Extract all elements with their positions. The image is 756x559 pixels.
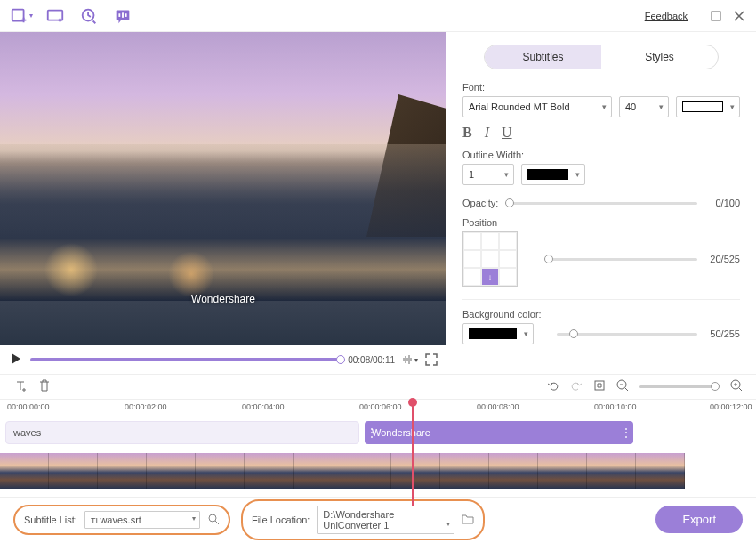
feedback-link[interactable]: Feedback (645, 11, 688, 21)
fullscreen-button[interactable] (425, 353, 438, 366)
outline-width-select[interactable]: 1 (462, 164, 514, 185)
opacity-slider[interactable] (505, 202, 697, 205)
close-button[interactable] (731, 8, 747, 24)
svg-rect-5 (122, 12, 124, 17)
outline-label: Outline Width: (462, 150, 740, 160)
svg-rect-0 (12, 9, 24, 20)
position-bottom-center[interactable]: ↓ (481, 268, 499, 286)
opacity-value: 0/100 (704, 198, 740, 208)
svg-rect-7 (712, 12, 720, 20)
position-label: Position (462, 217, 740, 228)
tab-styles[interactable]: Styles (601, 45, 718, 69)
subtitle-list-group: Subtitle List: TI waves.srt (13, 505, 230, 535)
bg-opacity-slider[interactable] (557, 333, 697, 336)
opacity-label: Opacity: (462, 198, 498, 208)
position-grid[interactable]: ↓ (462, 231, 518, 287)
video-preview: Wondershare (0, 32, 446, 345)
timeline-ruler[interactable]: 00:00:00:00 00:00:02:00 00:00:04:00 00:0… (0, 400, 756, 417)
italic-button[interactable]: I (485, 125, 489, 141)
underline-button[interactable]: U (502, 125, 512, 141)
volume-button[interactable]: ▾ (402, 353, 418, 366)
bold-button[interactable]: B (462, 125, 472, 141)
zoom-in-button[interactable] (730, 379, 743, 394)
maximize-button[interactable] (708, 8, 724, 24)
add-subtitle-button[interactable] (43, 4, 68, 28)
file-location-select[interactable]: D:\Wondershare UniConverter 1 (317, 506, 454, 534)
file-location-group: File Location: D:\Wondershare UniConvert… (241, 499, 485, 540)
auto-subtitle-button[interactable] (76, 4, 101, 28)
position-slider[interactable] (544, 258, 697, 261)
redo-button[interactable] (570, 379, 583, 394)
bg-color-select[interactable] (462, 323, 534, 344)
subtitle-list-label: Subtitle List: (24, 514, 77, 525)
font-label: Font: (462, 82, 740, 93)
subtitle-clip-waves[interactable]: waves (5, 421, 359, 444)
play-button[interactable] (9, 352, 23, 369)
subtitle-overlay: Wondershare (191, 293, 255, 305)
font-size-select[interactable]: 40 (619, 96, 669, 117)
playhead[interactable] (412, 400, 414, 506)
zoom-slider[interactable] (639, 385, 720, 388)
timeline[interactable]: 00:00:00:00 00:00:02:00 00:00:04:00 00:0… (0, 399, 756, 497)
video-track[interactable] (0, 453, 756, 489)
zoom-out-button[interactable] (616, 379, 629, 394)
subtitle-clip-wondershare[interactable]: Wondershare (365, 421, 633, 444)
progress-bar[interactable] (30, 358, 341, 361)
speech-to-text-button[interactable] (110, 4, 135, 28)
svg-rect-8 (595, 381, 604, 390)
file-location-label: File Location: (252, 514, 310, 525)
bg-value: 50/255 (704, 328, 740, 339)
outline-color-select[interactable] (521, 164, 585, 185)
font-select[interactable]: Arial Rounded MT Bold (462, 96, 612, 117)
position-value: 20/525 (704, 254, 740, 264)
bg-label: Background color: (462, 309, 740, 320)
font-color-select[interactable] (676, 96, 740, 117)
svg-rect-6 (125, 13, 127, 17)
browse-folder-button[interactable] (462, 513, 474, 527)
search-subtitle-button[interactable] (207, 513, 220, 527)
subtitle-file-select[interactable]: TI waves.srt (84, 511, 200, 529)
playback-time: 00:08/00:11 (348, 355, 395, 365)
delete-button[interactable] (38, 379, 51, 394)
export-button[interactable]: Export (655, 506, 743, 533)
import-media-button[interactable]: ▾ (9, 4, 34, 28)
svg-rect-4 (118, 13, 120, 17)
svg-point-11 (209, 514, 216, 522)
add-text-button[interactable] (13, 378, 28, 395)
crop-button[interactable] (593, 379, 606, 394)
undo-button[interactable] (547, 379, 559, 394)
tab-subtitles[interactable]: Subtitles (485, 45, 601, 69)
